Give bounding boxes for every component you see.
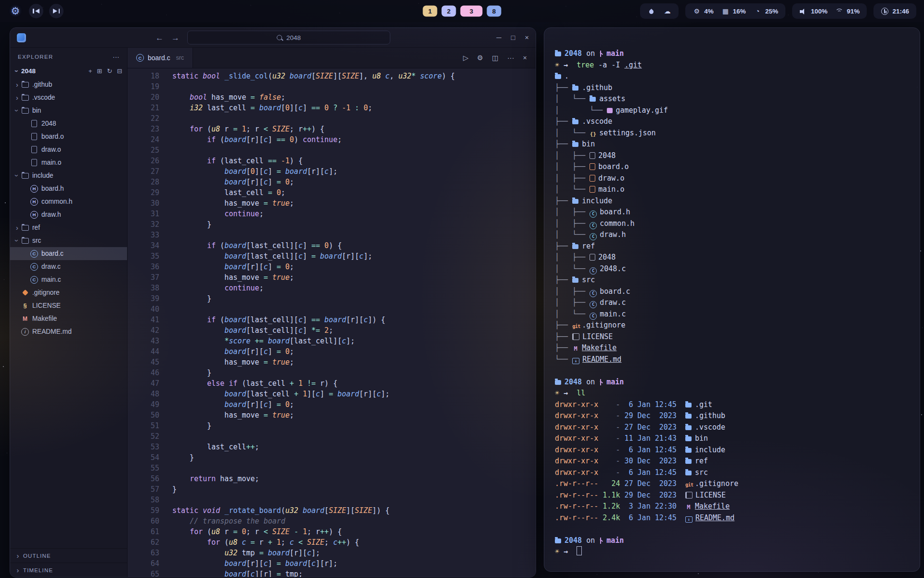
- tree-item-2048[interactable]: 2048: [10, 117, 127, 130]
- tree-item-draw.o[interactable]: draw.o: [10, 143, 127, 156]
- terminal-token: README.md: [695, 513, 734, 522]
- outline-panel-header[interactable]: OUTLINE: [10, 548, 127, 563]
- tree-item-main.o[interactable]: main.o: [10, 156, 127, 169]
- tree-item-bin[interactable]: bin: [10, 104, 127, 117]
- terminal-token: [598, 423, 603, 432]
- run-icon[interactable]: ▷: [463, 54, 468, 62]
- terminal-line: ├── include: [555, 196, 914, 207]
- disk-icon: ◔: [754, 8, 762, 15]
- code-token: ) {: [290, 157, 303, 165]
- tree-item-board.o[interactable]: board.o: [10, 130, 127, 143]
- media-next-button[interactable]: [49, 4, 64, 18]
- workspace-1[interactable]: 1: [423, 6, 437, 17]
- terminal-window[interactable]: 2048 on main☀ → tree -a -I .git.├── .git…: [544, 27, 920, 572]
- settings-icon[interactable]: ⚙: [477, 54, 483, 62]
- code-token: :: [355, 104, 359, 112]
- tree-item-include[interactable]: include: [10, 169, 127, 182]
- views-more-icon[interactable]: ···: [113, 53, 119, 61]
- split-editor-icon[interactable]: ◫: [492, 54, 499, 62]
- timeline-panel-header[interactable]: TIMELINE: [10, 563, 127, 577]
- workspace-3[interactable]: 3: [461, 6, 483, 17]
- cfile-icon: [30, 250, 38, 258]
- code-token: [303, 379, 307, 388]
- code-text: if (last_cell == -1) {: [172, 156, 303, 166]
- more-actions-icon[interactable]: ···: [507, 54, 514, 62]
- tree-item-.vscode[interactable]: .vscode: [10, 91, 127, 104]
- code-text: i32 last_cell = board[0][c] == 0 ? -1 : …: [172, 103, 372, 113]
- code-token: (: [216, 315, 224, 324]
- terminal-token: .: [565, 72, 569, 80]
- terminal-token: -: [603, 446, 620, 454]
- code-area[interactable]: 18static bool _slide_col(u32 board[SIZE]…: [128, 68, 536, 577]
- tree-item-Makefile[interactable]: Makefile: [10, 312, 127, 325]
- refresh-icon[interactable]: ↻: [107, 67, 112, 75]
- new-file-icon[interactable]: +: [89, 67, 92, 75]
- close-button[interactable]: ×: [525, 34, 529, 41]
- tree-item-board.c[interactable]: board.c: [10, 247, 127, 260]
- line-number: 30: [128, 198, 172, 209]
- close-icon[interactable]: ×: [523, 54, 527, 62]
- terminal-token: │ └──: [555, 129, 590, 137]
- terminal-token: drwxr-xr-x: [555, 423, 598, 432]
- code-token: ;: [281, 188, 285, 197]
- code-token: ;: [290, 273, 294, 282]
- tree-item-board.h[interactable]: board.h: [10, 182, 127, 195]
- vscode-titlebar[interactable]: ← → 2048 ─ □ ×: [10, 28, 536, 48]
- terminal-token: -: [603, 411, 620, 420]
- ch-icon: [590, 233, 597, 240]
- book-icon: [685, 492, 693, 499]
- tree-item-.gitignore[interactable]: .gitignore: [10, 286, 127, 299]
- readme-icon: [21, 328, 29, 336]
- terminal-token: Makefile: [695, 502, 730, 511]
- code-token: [r][: [290, 549, 307, 557]
- code-token: [r][: [246, 135, 264, 144]
- folder-icon: [21, 81, 29, 89]
- terminal-token: [577, 546, 582, 555]
- tree-item-README.md[interactable]: README.md: [10, 325, 127, 338]
- minimize-button[interactable]: ─: [496, 34, 501, 41]
- tree-item-ref[interactable]: ref: [10, 221, 127, 234]
- line-number: 47: [128, 378, 172, 389]
- terminal-line: │ ├── board.c: [555, 286, 914, 298]
- tree-item-LICENSE[interactable]: LICENSE: [10, 299, 127, 312]
- tree-item-draw.c[interactable]: draw.c: [10, 260, 127, 273]
- code-token: [172, 135, 207, 144]
- tree-item-main.c[interactable]: main.c: [10, 273, 127, 286]
- media-previous-button[interactable]: [29, 4, 43, 18]
- terminal-token: [677, 479, 685, 488]
- line-number: 50: [128, 410, 172, 420]
- code-token: ==: [277, 135, 285, 144]
- code-token: -1: [342, 104, 350, 112]
- tree-item-label: draw.o: [41, 146, 61, 153]
- terminal-token: -: [603, 434, 620, 443]
- folder-icon: [590, 97, 596, 102]
- code-token: c: [311, 559, 316, 568]
- code-token: ,: [390, 72, 398, 80]
- code-token: (: [220, 538, 229, 547]
- tree-item-src[interactable]: src: [10, 234, 127, 247]
- collapse-all-icon[interactable]: ⊟: [117, 67, 122, 75]
- command-center-label: 2048: [286, 34, 301, 41]
- workspace-8[interactable]: 8: [487, 6, 501, 17]
- outline-label: OUTLINE: [23, 553, 51, 559]
- code-token: =: [277, 570, 281, 577]
- nav-forward-button[interactable]: →: [171, 34, 180, 42]
- nav-back-button[interactable]: ←: [155, 34, 164, 42]
- code-token: +: [294, 390, 298, 398]
- maximize-button[interactable]: □: [511, 34, 515, 41]
- tree-item-common.h[interactable]: common.h: [10, 195, 127, 208]
- code-token: [337, 104, 342, 112]
- launcher-button[interactable]: [8, 3, 23, 19]
- tree-root-folder[interactable]: 2048 + ⊞ ↻ ⊟: [10, 65, 127, 78]
- command-center[interactable]: 2048: [187, 31, 390, 45]
- git-icon: [21, 289, 29, 297]
- tab-board-c[interactable]: board.c src: [128, 48, 193, 68]
- clock-group[interactable]: 21:46: [873, 3, 916, 19]
- tree-item-.github[interactable]: .github: [10, 78, 127, 91]
- tree-item-draw.h[interactable]: draw.h: [10, 208, 127, 221]
- code-token: ;: [290, 199, 294, 208]
- new-folder-icon[interactable]: ⊞: [97, 67, 102, 75]
- code-line-34: 34 if (board[last_cell][c] == 0) {: [128, 240, 536, 251]
- workspace-2[interactable]: 2: [442, 6, 456, 17]
- code-token: [r][: [359, 390, 376, 398]
